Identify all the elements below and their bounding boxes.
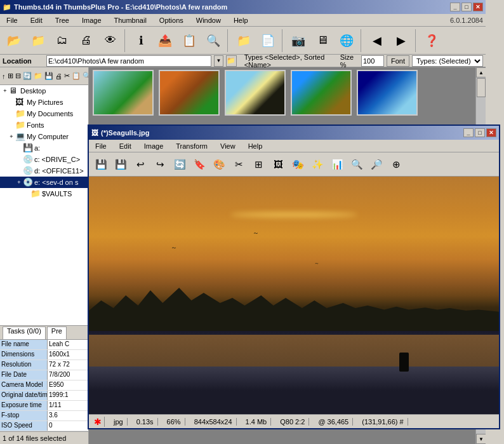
img-menu-view[interactable]: View xyxy=(216,141,239,151)
menu-tree[interactable]: Tree xyxy=(51,15,73,25)
scroll-down-button[interactable]: ▼ xyxy=(476,434,486,444)
location-browse-icon[interactable]: 📁 xyxy=(226,55,237,67)
meta-val: 3.6 xyxy=(48,411,88,420)
img-rotate-button[interactable]: 🔄 xyxy=(170,155,189,174)
tree-item-d[interactable]: 💿 d: <OFFICE11> xyxy=(0,165,88,177)
toolbar-back[interactable]: ◀ xyxy=(366,29,388,52)
list-item[interactable] xyxy=(355,70,419,116)
tree-item-mypictures[interactable]: 🖼 My Pictures xyxy=(0,97,88,108)
img-menu-help[interactable]: Help xyxy=(244,141,267,151)
minimize-button[interactable]: _ xyxy=(450,3,460,11)
img-palette-button[interactable]: 🎨 xyxy=(209,155,229,174)
tree-item-c[interactable]: 💿 c: <DRIVE_C> xyxy=(0,154,88,165)
img-adjust-button[interactable]: 🖼 xyxy=(269,155,288,174)
img-menu-transform[interactable]: Transform xyxy=(172,141,211,151)
menu-options[interactable]: Options xyxy=(156,15,187,25)
tree-btn-4[interactable]: 🔄 xyxy=(22,70,32,83)
tree-label-a: a: xyxy=(34,144,40,152)
list-item[interactable] xyxy=(289,70,353,116)
img-close-button[interactable]: ✕ xyxy=(486,128,496,137)
tree-label-c: c: <DRIVE_C> xyxy=(34,156,80,163)
tree-btn-8[interactable]: ✂ xyxy=(63,70,70,83)
menu-file[interactable]: File xyxy=(3,15,22,25)
a-drive-icon: 💾 xyxy=(23,143,33,153)
img-filter-button[interactable]: 🎭 xyxy=(288,155,307,174)
toolbar-open[interactable]: 📂 xyxy=(3,29,25,52)
toolbar-info[interactable]: ℹ xyxy=(129,29,152,52)
menu-window[interactable]: Window xyxy=(192,15,225,25)
scroll-thumb[interactable] xyxy=(477,78,486,97)
img-menu-file[interactable]: File xyxy=(91,141,110,151)
img-menu-edit[interactable]: Edit xyxy=(116,141,135,151)
tree-btn-3[interactable]: ⊟ xyxy=(15,70,22,83)
status-filesize: 1.4 Mb xyxy=(242,418,272,426)
tree-btn-10[interactable]: 🔍 xyxy=(82,70,90,83)
toolbar-help[interactable]: ❓ xyxy=(420,29,443,52)
img-minimize-button[interactable]: _ xyxy=(463,128,474,137)
tree-btn-7[interactable]: 🖨 xyxy=(55,70,63,83)
img-redo-button[interactable]: ↪ xyxy=(150,155,169,174)
img-saveas-button[interactable]: 💾 xyxy=(111,155,130,174)
maximize-button[interactable]: □ xyxy=(461,3,472,11)
tree-item-e[interactable]: + 💿 e: <sev-d on s xyxy=(0,177,88,188)
toolbar-new-folder[interactable]: 📁 xyxy=(232,29,255,52)
tree-btn-6[interactable]: 💾 xyxy=(44,70,54,83)
img-zoomin-button[interactable]: 🔍 xyxy=(347,155,366,174)
tree-btn-5[interactable]: 📁 xyxy=(33,70,43,83)
toolbar-search[interactable]: 🔍 xyxy=(202,29,225,52)
location-dropdown[interactable]: ▼ xyxy=(214,55,223,67)
tree-item-desktop[interactable]: + 🖥 Desktop xyxy=(0,85,88,97)
tree-item-a[interactable]: 💾 a: xyxy=(0,142,88,154)
toolbar-eye[interactable]: 👁 xyxy=(99,29,122,52)
menu-help[interactable]: Help xyxy=(230,15,252,25)
img-transform-button[interactable]: ⊞ xyxy=(249,155,268,174)
img-crop-button[interactable]: ✂ xyxy=(229,155,248,174)
img-maximize-button[interactable]: □ xyxy=(475,128,485,137)
toolbar-folder[interactable]: 📁 xyxy=(27,29,50,52)
location-input[interactable] xyxy=(46,55,211,67)
tree-item-vaults[interactable]: 📁 $VAULTS xyxy=(0,188,88,199)
preview-tab[interactable]: Pre xyxy=(47,326,67,339)
img-histogram-button[interactable]: 📊 xyxy=(328,155,347,174)
toolbar-export[interactable]: 📤 xyxy=(154,29,176,52)
img-zoomout-button[interactable]: 🔎 xyxy=(367,155,386,174)
toolbar-forward[interactable]: ▶ xyxy=(390,29,413,52)
list-item[interactable] xyxy=(157,70,221,116)
toolbar-sep-4 xyxy=(361,29,363,52)
img-save-button[interactable]: 💾 xyxy=(91,155,110,174)
tree-btn-1[interactable]: ↑ xyxy=(1,70,6,83)
img-stamp-button[interactable]: 🔖 xyxy=(190,155,209,174)
menu-thumbnail[interactable]: Thumbnail xyxy=(110,15,150,25)
toolbar-monitor[interactable]: 🖥 xyxy=(311,29,334,52)
toolbar-print[interactable]: 🖨 xyxy=(75,29,98,52)
types-dropdown[interactable]: Types: (Selected) xyxy=(412,55,483,67)
status-at: @ 36,465 xyxy=(314,418,353,426)
tree-item-mycomputer[interactable]: + 💻 My Computer xyxy=(0,131,88,142)
tree-label-mycomputer: My Computer xyxy=(27,133,69,140)
list-item[interactable] xyxy=(91,70,155,116)
img-fit-button[interactable]: ⊕ xyxy=(387,155,406,174)
close-button[interactable]: ✕ xyxy=(473,3,483,11)
toolbar-folder-open[interactable]: 🗂 xyxy=(51,29,74,52)
fonts-icon: 📁 xyxy=(15,120,25,130)
toolbar-file[interactable]: 📄 xyxy=(256,29,279,52)
tree-item-mydocuments[interactable]: 📁 My Documents xyxy=(0,108,88,119)
scroll-up-button[interactable]: ▲ xyxy=(476,67,486,77)
size-input[interactable] xyxy=(361,55,384,67)
font-button[interactable]: Font xyxy=(387,55,409,67)
toolbar-clipboard[interactable]: 📋 xyxy=(178,29,201,52)
tree-toolbar: ↑ ⊞ ⊟ 🔄 📁 💾 🖨 ✂ 📋 🔍 ▲ xyxy=(0,67,88,85)
img-menu-image[interactable]: Image xyxy=(140,141,168,151)
menu-edit[interactable]: Edit xyxy=(27,15,46,25)
meta-val: E950 xyxy=(48,380,88,390)
menu-image[interactable]: Image xyxy=(78,15,105,25)
tree-item-fonts[interactable]: 📁 Fonts xyxy=(0,119,88,131)
img-undo-button[interactable]: ↩ xyxy=(131,155,150,174)
toolbar-camera[interactable]: 📷 xyxy=(287,29,310,52)
tree-btn-9[interactable]: 📋 xyxy=(71,70,81,83)
img-effects-button[interactable]: ✨ xyxy=(308,155,327,174)
tasks-tab[interactable]: Tasks (0/0) xyxy=(3,326,46,339)
list-item[interactable] xyxy=(223,70,287,116)
tree-btn-2[interactable]: ⊞ xyxy=(7,70,14,83)
toolbar-globe[interactable]: 🌐 xyxy=(335,29,358,52)
